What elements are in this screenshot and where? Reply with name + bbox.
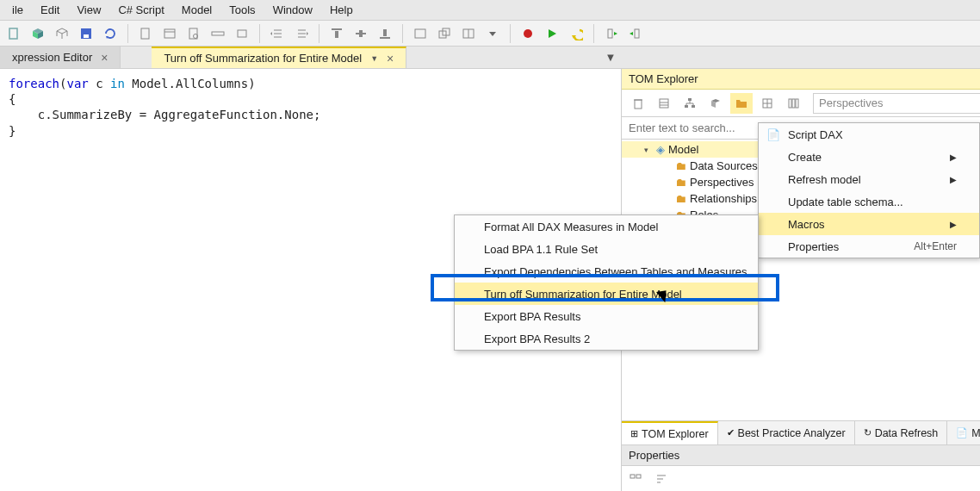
tab-tom-explorer[interactable]: ⊞ TOM Explorer [622, 421, 718, 444]
menu-label: Turn off Summarization for Entire Model [484, 288, 682, 301]
menu-refresh-model[interactable]: Refresh model ▶ [759, 168, 979, 190]
svg-rect-50 [688, 98, 692, 101]
menu-csharp-script[interactable]: C# Script [109, 2, 172, 18]
menu-bar: ile Edit View C# Script Model Tools Wind… [0, 0, 980, 21]
svg-marker-21 [270, 32, 272, 35]
script-icon: 📄 [766, 128, 781, 141]
svg-marker-4 [57, 28, 67, 34]
page-search-icon[interactable] [183, 23, 204, 44]
menu-label: Properties [788, 240, 839, 253]
svg-rect-64 [796, 99, 798, 108]
chevron-right-icon: ▶ [950, 175, 957, 184]
rect-icon[interactable] [232, 23, 252, 44]
ruler-icon[interactable] [208, 23, 228, 44]
page-icon[interactable] [135, 23, 156, 44]
format-bottom-icon[interactable] [375, 23, 395, 44]
record-icon[interactable] [518, 23, 538, 44]
cube-icon: ◈ [656, 143, 665, 156]
dropdown-icon[interactable]: ▼ [370, 54, 378, 63]
menu-script-dax[interactable]: 📄 Script DAX [759, 123, 979, 146]
menu-edit[interactable]: Edit [32, 2, 68, 18]
outdent-icon[interactable] [267, 23, 288, 44]
save-icon[interactable] [76, 23, 96, 44]
columns-icon[interactable] [782, 93, 804, 114]
format-top-icon[interactable] [326, 23, 347, 44]
check-icon: ✔ [727, 427, 735, 438]
cube-icon[interactable] [28, 23, 48, 44]
close-icon[interactable]: × [387, 52, 394, 65]
panel-title: TOM Explorer [622, 69, 980, 90]
macro-load-bpa[interactable]: Load BPA 1.1 Rule Set [455, 238, 758, 260]
indent-icon[interactable] [291, 23, 312, 44]
list-icon[interactable] [653, 93, 675, 114]
svg-rect-16 [212, 32, 224, 35]
sort-icon[interactable] [651, 469, 672, 489]
delete-icon[interactable] [627, 93, 649, 114]
svg-point-38 [524, 29, 532, 38]
menu-view[interactable]: View [68, 2, 109, 18]
dropdown-icon[interactable] [482, 23, 503, 44]
menu-help[interactable]: Help [321, 2, 362, 18]
menu-tools[interactable]: Tools [220, 2, 264, 18]
explorer-toolbar: Perspectives [622, 90, 980, 117]
svg-marker-39 [549, 29, 556, 38]
hierarchy-icon[interactable] [679, 93, 701, 114]
svg-marker-44 [630, 32, 633, 35]
refresh-icon[interactable] [100, 23, 121, 44]
shortcut-text: Alt+Enter [914, 240, 957, 252]
macro-format-dax[interactable]: Format All DAX Measures in Model [455, 215, 758, 238]
svg-rect-66 [636, 475, 641, 478]
menu-macros[interactable]: Macros ▶ [759, 213, 979, 235]
menu-window[interactable]: Window [264, 2, 321, 18]
folder-icon: 🖿 [675, 159, 686, 172]
macro-turn-off-summarization[interactable]: Turn off Summarization for Entire Model [455, 283, 758, 305]
menu-file[interactable]: ile [3, 2, 32, 18]
tab-bpa[interactable]: ✔ Best Practice Analyzer [718, 421, 855, 444]
macro-export-dependencies[interactable]: Export Dependencies Between Tables and M… [455, 260, 758, 283]
export-icon[interactable] [625, 23, 646, 44]
menu-label: Macros [788, 218, 825, 231]
import-icon[interactable] [601, 23, 622, 44]
menu-update-table-schema[interactable]: Update table schema... [759, 190, 979, 213]
grid-icon[interactable] [756, 93, 778, 114]
menu-create[interactable]: Create ▶ [759, 146, 979, 168]
tab-macros[interactable]: 📄 Macr [947, 421, 980, 444]
menu-label: Refresh model [788, 173, 861, 186]
close-icon[interactable]: × [101, 51, 108, 65]
tab-label: Best Practice Analyzer [738, 427, 846, 439]
cube-small-icon[interactable] [704, 93, 727, 114]
new-icon[interactable] [3, 23, 24, 44]
menu-label: Format All DAX Measures in Model [484, 221, 658, 233]
window-icon[interactable] [410, 23, 431, 44]
refresh-icon: ↻ [864, 427, 871, 438]
tab-turn-off-summarization[interactable]: Turn off Summarization for Entire Model … [152, 47, 406, 68]
menu-properties[interactable]: Properties Alt+Enter [759, 235, 979, 258]
tab-data-refresh[interactable]: ↻ Data Refresh [855, 421, 948, 444]
code-text: c [89, 77, 110, 90]
undo-icon[interactable] [566, 23, 586, 44]
menu-label: Export Dependencies Between Tables and M… [484, 265, 747, 278]
tree-label: Relationships [690, 192, 757, 205]
perspectives-dropdown[interactable]: Perspectives [813, 93, 980, 114]
calendar-icon[interactable] [159, 23, 180, 44]
menu-model[interactable]: Model [173, 2, 220, 18]
svg-rect-31 [383, 29, 387, 36]
format-mid-icon[interactable] [350, 23, 371, 44]
keyword: var [66, 77, 88, 90]
svg-rect-52 [692, 105, 695, 108]
play-icon[interactable] [542, 23, 562, 44]
macro-export-bpa-results[interactable]: Export BPA Results [455, 305, 758, 327]
tab-expression-editor[interactable]: xpression Editor × [0, 47, 121, 68]
svg-rect-62 [789, 99, 791, 108]
tree-label: Model [668, 143, 698, 156]
wireframe-cube-icon[interactable] [52, 23, 72, 44]
category-icon[interactable] [625, 469, 646, 489]
pane-icon[interactable] [458, 23, 479, 44]
folder-icon[interactable] [730, 93, 753, 114]
tree-icon: ⊞ [630, 428, 638, 439]
chevron-down-icon[interactable]: ▾ [644, 146, 653, 154]
menu-label: Script DAX [788, 128, 843, 141]
windows-icon[interactable] [434, 23, 455, 44]
macro-export-bpa-results-2[interactable]: Export BPA Results 2 [455, 327, 758, 350]
tabstrip-dropdown-icon[interactable]: ▼ [601, 47, 620, 68]
